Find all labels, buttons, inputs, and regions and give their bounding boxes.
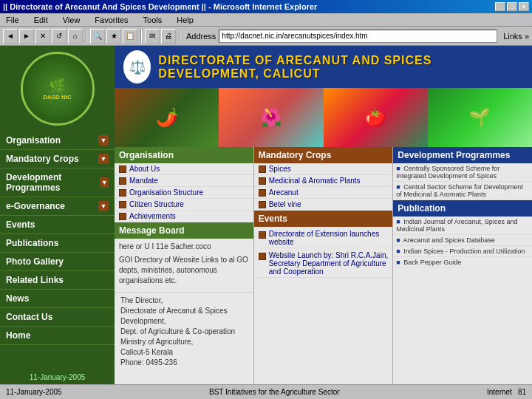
sidebar: 🌿 DASD NIC Organisation ▼ Mandatory Crop… — [0, 46, 115, 384]
maximize-button[interactable]: □ — [507, 2, 517, 11]
sidebar-nav: Organisation ▼ Mandatory Crops ▼ Develop… — [0, 132, 115, 345]
history-button[interactable]: 📋 — [123, 29, 137, 44]
menu-edit[interactable]: Edit — [31, 15, 51, 25]
forward-button[interactable]: ► — [19, 29, 34, 44]
sidebar-item-egovernance[interactable]: e-Governance ▼ — [0, 197, 115, 216]
pub-item-2[interactable]: ■ Arecanut and Spices Database — [393, 235, 532, 246]
sidebar-item-label: Photo Gallery — [6, 256, 64, 267]
bullet-icon — [119, 213, 126, 220]
refresh-button[interactable]: ↺ — [52, 29, 66, 44]
favorites-button[interactable]: ★ — [106, 29, 121, 44]
main-layout: 🌿 DASD NIC Organisation ▼ Mandatory Crop… — [0, 46, 532, 384]
separator-1 — [86, 30, 87, 43]
header-logo: ⚖️ — [123, 50, 151, 83]
photo-flowers: 🌺 — [219, 88, 323, 147]
bullet-icon: ■ — [396, 183, 400, 191]
message-board-header: Message Board — [115, 222, 253, 239]
organisation-header: Organisation — [115, 147, 253, 163]
sidebar-item-related-links[interactable]: Related Links — [0, 271, 115, 290]
crop-item-medicinal[interactable]: Medicinal & Aromatic Plants — [254, 175, 393, 187]
crop-item-label: Medicinal & Aromatic Plants — [269, 177, 361, 185]
org-item-mandate[interactable]: Mandate — [115, 175, 253, 187]
bullet-icon — [259, 177, 266, 185]
content-area: ⚖️ DIRECTORATE OF ARECANUT AND SPICES DE… — [115, 46, 532, 384]
mail-button[interactable]: ✉ — [145, 29, 160, 44]
spices-icon: 🌶️ — [156, 107, 178, 128]
sidebar-logo: 🌿 DASD NIC — [21, 52, 95, 126]
flowers-icon: 🌺 — [260, 107, 282, 128]
minimize-button[interactable]: _ — [495, 2, 505, 11]
dev-item-2[interactable]: ■ Central Sector Scheme for Development … — [393, 182, 532, 200]
sidebar-item-label: Related Links — [6, 275, 64, 285]
menu-file[interactable]: File — [3, 15, 22, 25]
bottom-date: 11-January-2005 — [6, 388, 62, 396]
sidebar-item-organisation[interactable]: Organisation ▼ — [0, 132, 115, 150]
mandatory-crops-header: Mandatory Crops — [254, 147, 393, 163]
menu-favorites[interactable]: Favorites — [92, 15, 131, 25]
fruits-icon: 🍅 — [364, 107, 386, 128]
crop-item-label: Betel vine — [269, 200, 301, 208]
org-item-achievements[interactable]: Achievements — [115, 211, 253, 222]
org-item-about[interactable]: About Us — [115, 163, 253, 175]
print-button[interactable]: 🖨 — [161, 29, 176, 44]
phone-line: Phone: 0495-236 — [120, 358, 248, 368]
org-item-label: Organisation Structure — [129, 188, 203, 197]
search-button[interactable]: 🔍 — [90, 29, 105, 44]
org-item-citizen[interactable]: Citizen Structure — [115, 199, 253, 211]
sidebar-item-label: Events — [6, 219, 35, 230]
bullet-icon: ■ — [396, 218, 400, 225]
crop-item-label: Arecanut — [269, 188, 299, 197]
address-input[interactable] — [219, 30, 497, 43]
crop-item-arecanut[interactable]: Arecanut — [254, 187, 393, 199]
home-button[interactable]: ⌂ — [68, 29, 83, 44]
sidebar-item-publications[interactable]: Publications — [0, 234, 115, 253]
menu-bar: File Edit View Favorites Tools Help — [0, 13, 532, 27]
sidebar-date: 11-January-2005 — [27, 370, 89, 384]
bullet-icon: ■ — [396, 248, 400, 255]
bullet-icon — [259, 231, 266, 239]
sidebar-item-events[interactable]: Events — [0, 216, 115, 234]
event-item-label: Website Launch by: Shri R.C.A.Jain, Secr… — [269, 251, 389, 276]
links-button[interactable]: Links » — [503, 32, 529, 41]
stop-button[interactable]: ✕ — [35, 29, 50, 44]
event-item-1[interactable]: Directorate of Extension launches websit… — [254, 227, 393, 248]
close-button[interactable]: × — [519, 2, 529, 11]
crop-item-spices[interactable]: Spices — [254, 163, 393, 175]
menu-view[interactable]: View — [60, 15, 83, 25]
pub-item-label: Indian Spices - Production and Utilizati… — [403, 248, 525, 255]
pub-item-label: Back Pepper Guide — [403, 259, 461, 266]
header-banner: ⚖️ DIRECTORATE OF ARECANUT AND SPICES DE… — [115, 46, 532, 88]
org-item-label: Mandate — [129, 177, 158, 185]
pub-item-4[interactable]: ■ Back Pepper Guide — [393, 257, 532, 268]
sidebar-item-label: News — [6, 293, 29, 304]
status-count: 81 — [518, 388, 526, 396]
menu-help[interactable]: Help — [174, 15, 197, 25]
org-item-structure[interactable]: Organisation Structure — [115, 187, 253, 199]
sidebar-item-home[interactable]: Home — [0, 327, 115, 345]
separator-3 — [179, 30, 180, 43]
event-item-2[interactable]: Website Launch by: Shri R.C.A.Jain, Secr… — [254, 248, 393, 278]
dev-item-label: Central Sector Scheme for Development of… — [396, 183, 523, 198]
development-column: Development Programmes ■ Centrally Spons… — [393, 147, 532, 384]
sidebar-item-photo-gallery[interactable]: Photo Gallery — [0, 253, 115, 271]
toolbar: ◄ ► ✕ ↺ ⌂ 🔍 ★ 📋 ✉ 🖨 Address Links » — [0, 27, 532, 46]
nav-arrow-organisation: ▼ — [98, 135, 109, 146]
pub-item-3[interactable]: ■ Indian Spices - Production and Utiliza… — [393, 246, 532, 257]
header-title: DIRECTORATE OF ARECANUT AND SPICES DEVEL… — [158, 54, 523, 81]
menu-tools[interactable]: Tools — [140, 15, 166, 25]
crop-item-betel[interactable]: Betel vine — [254, 199, 393, 211]
sidebar-item-contact-us[interactable]: Contact Us — [0, 308, 115, 327]
back-button[interactable]: ◄ — [3, 29, 18, 44]
sidebar-item-development[interactable]: Development Programmes ▼ — [0, 168, 115, 197]
publications-header: Publication — [393, 200, 532, 216]
dev-item-1[interactable]: ■ Centrally Sponsored Scheme for Integra… — [393, 163, 532, 182]
contact-address: The Director, Directorate of Arecanut & … — [115, 292, 253, 371]
sidebar-item-news[interactable]: News — [0, 290, 115, 308]
sidebar-item-label: Publications — [6, 238, 58, 248]
pub-item-1[interactable]: ■ Indian Journal of Arecanut, Spices and… — [393, 216, 532, 235]
dev-item-label: Centrally Sponsored Scheme for Integrate… — [396, 165, 499, 180]
msg-text-1: here or U I 11e Sacher.coco — [119, 242, 249, 252]
development-header: Development Programmes — [393, 147, 532, 163]
sidebar-item-mandatory-crops[interactable]: Mandatory Crops ▼ — [0, 150, 115, 168]
title-bar: || Directorate of Arecanut And Spices De… — [0, 0, 532, 13]
